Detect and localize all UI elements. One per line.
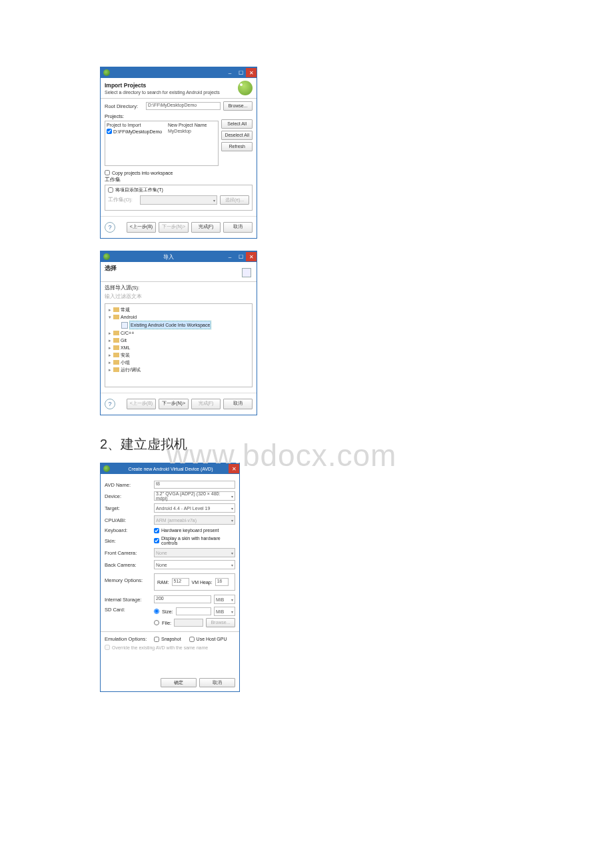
tree-node-git[interactable]: Git bbox=[121, 337, 127, 344]
snapshot-label: Snapshot bbox=[161, 637, 181, 641]
projects-table[interactable]: Project to Import New Project Name D:\FF… bbox=[105, 121, 219, 166]
ram-input[interactable]: 512 bbox=[172, 578, 189, 586]
copy-projects-label: Copy projects into workspace bbox=[112, 171, 173, 175]
override-label: Override the existing AVD with the same … bbox=[112, 645, 208, 650]
front-camera-select: None▾ bbox=[154, 548, 235, 557]
table-row[interactable]: D:\FF\MyDesktopDemo MyDesktop bbox=[107, 129, 217, 134]
tree-node-ccpp[interactable]: C/C++ bbox=[121, 329, 134, 337]
folder-icon bbox=[113, 353, 119, 357]
android-icon bbox=[103, 253, 110, 260]
snapshot-checkbox[interactable] bbox=[154, 637, 159, 642]
memory-label: Memory Options: bbox=[105, 572, 151, 583]
skin-checkbox[interactable] bbox=[154, 538, 159, 543]
internal-storage-input[interactable]: 200 bbox=[154, 595, 211, 603]
close-button[interactable]: ✕ bbox=[229, 464, 239, 473]
sd-size-input[interactable] bbox=[176, 607, 211, 615]
keyboard-checkbox[interactable] bbox=[154, 528, 159, 533]
close-button[interactable]: ✕ bbox=[246, 68, 257, 77]
tree-node-general[interactable]: 常规 bbox=[121, 306, 130, 313]
back-camera-select[interactable]: None▾ bbox=[154, 560, 235, 569]
folder-icon bbox=[113, 331, 119, 335]
dialog-heading: Import Projects bbox=[105, 82, 238, 89]
sd-size-radio[interactable] bbox=[154, 609, 159, 614]
finish-button: 完成(F) bbox=[191, 399, 221, 409]
browse-button[interactable]: Browse... bbox=[223, 101, 253, 111]
file-icon bbox=[121, 322, 128, 329]
select-source-label: 选择导入源(S): bbox=[105, 285, 253, 291]
cancel-button[interactable]: 取消 bbox=[223, 399, 253, 409]
deselect-all-button[interactable]: Deselect All bbox=[221, 131, 253, 140]
internal-storage-unit[interactable]: MiB▾ bbox=[214, 595, 235, 604]
import-source-dialog: 导入 – ☐ ✕ 选择 选择导入源(S): 输入过滤器文本 ▸常规 ▾And bbox=[100, 251, 257, 415]
keyboard-chk-label: Hardware keyboard present bbox=[161, 528, 219, 533]
folder-icon bbox=[113, 338, 119, 343]
dialog-subheading: Select a directory to search for existin… bbox=[105, 90, 238, 95]
col-project-to-import: Project to Import bbox=[107, 123, 168, 127]
tree-node-existing-android[interactable]: Existing Android Code Into Workspace bbox=[129, 321, 211, 329]
target-select[interactable]: Android 4.4 - API Level 19▾ bbox=[154, 503, 235, 513]
maximize-button[interactable]: ☐ bbox=[235, 68, 246, 77]
cancel-button[interactable]: 取消 bbox=[223, 222, 253, 233]
skin-chk-label: Display a skin with hardware controls bbox=[161, 536, 235, 545]
maximize-button[interactable]: ☐ bbox=[235, 252, 246, 261]
tree-node-team[interactable]: 小组 bbox=[121, 359, 130, 366]
add-to-workingset-checkbox[interactable] bbox=[108, 187, 113, 193]
override-checkbox bbox=[105, 645, 110, 650]
emulation-options-label: Emulation Options: bbox=[105, 636, 151, 642]
titlebar: – ☐ ✕ bbox=[101, 67, 257, 78]
select-all-button[interactable]: Select All bbox=[221, 119, 253, 129]
use-host-gpu-label: Use Host GPU bbox=[197, 637, 227, 641]
folder-icon bbox=[113, 360, 119, 365]
workingset-label: 工作集(O): bbox=[108, 197, 137, 203]
help-button[interactable]: ? bbox=[105, 222, 115, 233]
import-source-tree[interactable]: ▸常规 ▾Android Existing Android Code Into … bbox=[105, 303, 253, 387]
import-projects-dialog: – ☐ ✕ Import Projects Select a directory… bbox=[100, 67, 257, 239]
project-path: D:\FF\MyDesktopDemo bbox=[113, 129, 162, 134]
workingset-select-button: 选择(e)... bbox=[220, 195, 249, 205]
add-to-workingset-label: 将项目添加至工作集(T) bbox=[115, 187, 163, 193]
tree-node-xml[interactable]: XML bbox=[121, 344, 130, 351]
target-label: Target: bbox=[105, 505, 151, 511]
workingset-group-label: 工作集 bbox=[105, 177, 253, 183]
sdcard-label: SD Card: bbox=[105, 607, 151, 613]
project-checkbox[interactable] bbox=[107, 129, 112, 134]
finish-button[interactable]: 完成(F) bbox=[191, 222, 221, 233]
copy-projects-checkbox[interactable] bbox=[105, 170, 110, 175]
filter-input[interactable]: 输入过滤器文本 bbox=[105, 293, 253, 301]
root-directory-input[interactable]: D:\FF\MyDesktopDemo bbox=[146, 102, 221, 110]
cpu-select: ARM (armeabi-v7a)▾ bbox=[154, 515, 235, 525]
next-button[interactable]: 下一步(N)> bbox=[159, 399, 189, 409]
device-label: Device: bbox=[105, 493, 151, 499]
tree-node-install[interactable]: 安装 bbox=[121, 351, 130, 359]
refresh-button[interactable]: Refresh bbox=[221, 142, 253, 151]
root-directory-label: Root Directory: bbox=[105, 103, 143, 109]
folder-icon bbox=[113, 367, 119, 372]
create-avd-dialog: Create new Android Virtual Device (AVD) … bbox=[100, 463, 240, 692]
import-icon bbox=[238, 265, 253, 279]
close-button[interactable]: ✕ bbox=[246, 252, 257, 261]
minimize-button[interactable]: – bbox=[225, 68, 235, 77]
sd-file-label: File: bbox=[162, 620, 171, 626]
cancel-button[interactable]: 取消 bbox=[199, 678, 235, 687]
folder-icon bbox=[113, 315, 119, 319]
minimize-button[interactable]: – bbox=[225, 252, 235, 261]
ram-label: RAM: bbox=[157, 580, 169, 585]
sd-size-label: Size: bbox=[162, 609, 173, 615]
sd-file-radio[interactable] bbox=[154, 620, 159, 625]
use-host-gpu-checkbox[interactable] bbox=[189, 637, 195, 642]
avd-name-input[interactable]: t8 bbox=[154, 481, 235, 489]
internal-storage-label: Internal Storage: bbox=[105, 597, 151, 603]
tree-node-run[interactable]: 运行/调试 bbox=[121, 366, 141, 373]
back-button[interactable]: <上一步(B) bbox=[127, 222, 156, 233]
section-heading: 2、建立虚拟机 bbox=[100, 435, 513, 453]
help-button[interactable]: ? bbox=[105, 399, 115, 409]
window-title: Create new Android Virtual Device (AVD) bbox=[113, 467, 229, 471]
folder-icon bbox=[113, 345, 119, 350]
sd-size-unit[interactable]: MiB▾ bbox=[214, 607, 235, 616]
ok-button[interactable]: 确定 bbox=[161, 678, 197, 687]
sd-file-input bbox=[174, 619, 203, 627]
tree-node-android[interactable]: Android bbox=[121, 313, 137, 321]
titlebar: Create new Android Virtual Device (AVD) … bbox=[101, 463, 239, 474]
device-select[interactable]: 3.2" QVGA (ADP2) (320 × 480: mdpi)▾ bbox=[154, 491, 235, 501]
vmheap-input[interactable]: 16 bbox=[215, 578, 229, 586]
